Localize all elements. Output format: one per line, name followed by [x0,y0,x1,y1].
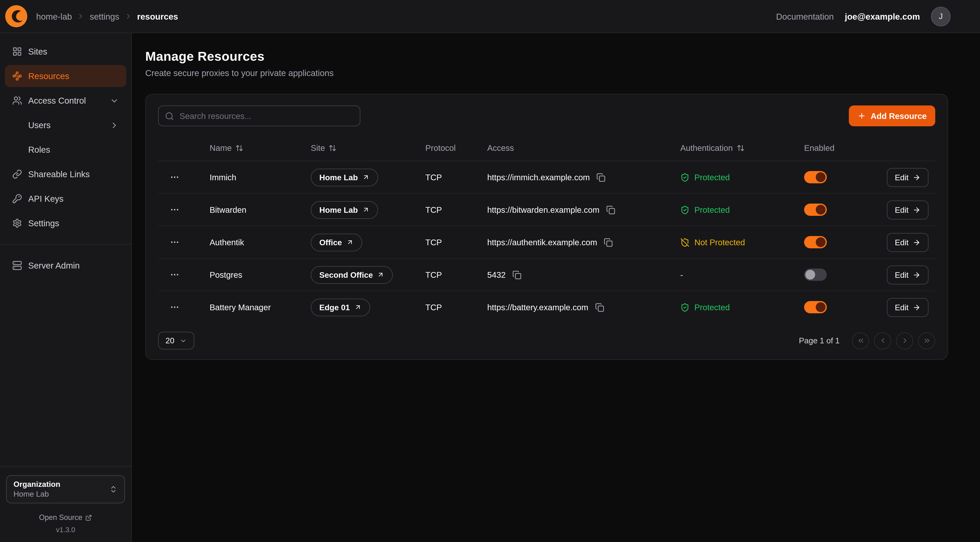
arrow-right-icon [913,206,921,214]
server-icon [12,261,22,270]
sidebar-item-label: Shareable Links [28,169,90,179]
edit-button[interactable]: Edit [887,298,929,317]
site-link-button[interactable]: Home Lab [311,201,378,219]
breadcrumb-settings[interactable]: settings [90,11,119,21]
next-page-button[interactable] [896,332,913,349]
resource-name: Battery Manager [210,303,311,312]
app-logo-icon[interactable] [5,5,27,27]
avatar-initial: J [939,12,943,21]
edit-button[interactable]: Edit [887,233,929,252]
open-source-link[interactable]: Open Source [39,513,92,522]
auth-label: Protected [694,205,730,214]
resource-name: Immich [210,173,311,182]
resource-name: Authentik [210,238,311,247]
external-link-icon [85,514,92,521]
copy-button[interactable] [604,237,614,247]
resources-card: Add Resource Name Site [145,94,948,360]
copy-button[interactable] [595,302,605,312]
chevron-right-icon [901,336,909,344]
auth-status: Protected [680,205,804,214]
column-header-authentication[interactable]: Authentication [680,143,804,153]
toggle-knob [805,270,815,280]
auth-label: Protected [694,303,730,312]
enabled-toggle[interactable] [804,171,827,183]
pagination: 20 Page 1 of 1 [158,332,935,349]
sidebar-item-roles[interactable]: Roles [5,139,126,161]
column-label: Site [311,143,325,153]
arrow-right-icon [913,238,921,246]
copy-button[interactable] [597,172,606,182]
protocol: TCP [425,173,487,182]
breadcrumb-current: resources [137,11,178,21]
organization-value: Home Lab [13,490,60,499]
previous-page-button[interactable] [874,332,891,349]
sidebar-item-users[interactable]: Users [5,114,126,136]
row-actions-button[interactable] [167,169,183,185]
copy-icon [604,238,613,247]
protocol: TCP [425,238,487,247]
page-size-select[interactable]: 20 [158,332,194,349]
breadcrumb-org[interactable]: home-lab [36,11,72,21]
enabled-toggle[interactable] [804,301,827,313]
edit-button[interactable]: Edit [887,265,929,284]
site-name: Home Lab [319,205,358,214]
user-email[interactable]: joe@example.com [845,11,920,21]
row-actions-button[interactable] [167,299,183,315]
app-version: v1.3.0 [6,526,125,533]
site-link-button[interactable]: Home Lab [311,168,378,186]
enabled-toggle[interactable] [804,269,827,281]
enabled-toggle[interactable] [804,236,827,248]
site-link-button[interactable]: Edge 01 [311,298,370,316]
row-actions-button[interactable] [167,234,183,250]
edit-button[interactable]: Edit [887,200,929,219]
protocol: TCP [425,205,487,214]
sidebar-item-resources[interactable]: Resources [5,65,126,87]
last-page-button[interactable] [918,332,935,349]
row-actions-button[interactable] [167,202,183,218]
sidebar-item-access-control[interactable]: Access Control [5,89,126,112]
sidebar: Sites Resources Access Control Users [0,33,132,542]
column-label: Authentication [680,143,733,153]
chevrons-up-down-icon [109,485,118,494]
organization-selector[interactable]: Organization Home Lab [6,475,125,504]
column-header-site[interactable]: Site [311,143,425,153]
sidebar-item-api-keys[interactable]: API Keys [5,188,126,210]
sidebar-item-server-admin[interactable]: Server Admin [5,255,126,276]
resources-table: Name Site Protocol Access [158,135,935,323]
enabled-toggle[interactable] [804,204,827,216]
auth-status: Not Protected [680,238,804,247]
arrow-right-icon [913,271,921,279]
edit-button[interactable]: Edit [887,168,929,187]
search-box [158,105,360,126]
sort-icon [235,144,243,152]
waypoints-icon [12,71,22,81]
topbar: home-lab settings resources Documentatio… [0,0,980,33]
sidebar-item-label: Settings [28,218,59,228]
sidebar-item-sites[interactable]: Sites [5,40,126,62]
sidebar-item-shareable-links[interactable]: Shareable Links [5,163,126,185]
table-row: Postgres Second Office TCP 5432 - Edit [158,259,935,291]
copy-button[interactable] [512,270,522,280]
add-resource-button[interactable]: Add Resource [849,105,935,126]
sort-icon [737,144,745,152]
first-page-button[interactable] [852,332,869,349]
sidebar-item-settings[interactable]: Settings [5,212,126,234]
row-actions-button[interactable] [167,267,183,283]
table-row: Immich Home Lab TCP https://immich.examp… [158,161,935,194]
avatar[interactable]: J [931,6,951,26]
plus-icon [858,112,866,120]
resource-name: Bitwarden [210,205,311,214]
access-value: 5432 [487,270,506,279]
auth-status: Protected [680,303,804,312]
documentation-link[interactable]: Documentation [776,11,834,21]
access-value: https://battery.example.com [487,303,588,312]
copy-button[interactable] [606,205,616,215]
copy-icon [606,205,615,214]
column-label: Name [210,143,232,153]
site-link-button[interactable]: Office [311,233,362,251]
sidebar-footer: Organization Home Lab Open Source v1.3.0 [0,466,131,533]
column-header-name[interactable]: Name [210,143,311,153]
search-input[interactable] [158,105,360,126]
site-link-button[interactable]: Second Office [311,266,393,284]
protocol: TCP [425,270,487,279]
